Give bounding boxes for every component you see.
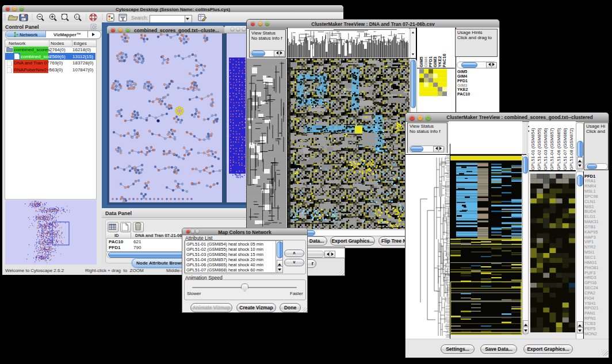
svg-text:1:1: 1:1 bbox=[75, 15, 79, 18]
